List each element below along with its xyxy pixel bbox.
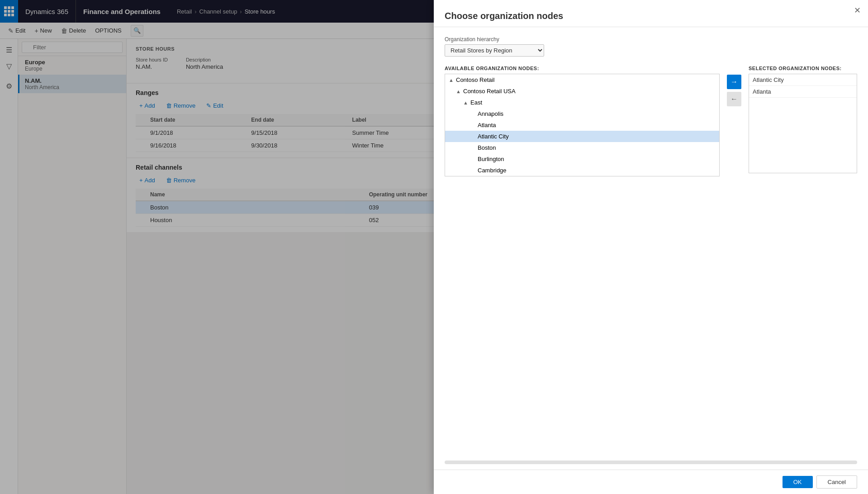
org-hierarchy-field: Organization hierarchy Retail Stores by … bbox=[445, 36, 857, 57]
tree-node-label: Atlanta bbox=[478, 122, 496, 128]
transfer-forward-button[interactable]: → bbox=[727, 75, 741, 89]
tree-node-label: Atlantic City bbox=[478, 133, 509, 140]
tree-node-label: Contoso Retail bbox=[456, 76, 494, 83]
tree-node-label: Cambridge bbox=[478, 167, 507, 174]
tree-node[interactable]: Cambridge bbox=[445, 165, 719, 176]
tree-node[interactable]: Annapolis bbox=[445, 108, 719, 119]
selected-list[interactable]: Atlantic CityAtlanta bbox=[749, 74, 857, 173]
available-nodes-panel: AVAILABLE ORGANIZATION NODES: ▲Contoso R… bbox=[445, 66, 720, 176]
selected-nodes-label: SELECTED ORGANIZATION NODES: bbox=[749, 66, 857, 71]
selected-item[interactable]: Atlantic City bbox=[749, 74, 857, 86]
tree-node-label: Burlington bbox=[478, 156, 504, 162]
available-tree[interactable]: ▲Contoso Retail▲Contoso Retail USA▲EastA… bbox=[445, 74, 720, 176]
tree-node[interactable]: ▲Contoso Retail bbox=[445, 74, 719, 86]
org-hierarchy-label: Organization hierarchy bbox=[445, 36, 857, 43]
transfer-buttons: → ← bbox=[727, 66, 741, 106]
tree-node[interactable]: ▲East bbox=[445, 97, 719, 108]
tree-node-label: Annapolis bbox=[478, 110, 503, 117]
tree-node-label: Contoso Retail USA bbox=[463, 88, 516, 95]
dialog-footer: OK Cancel bbox=[434, 470, 868, 494]
tree-node[interactable]: Boston bbox=[445, 142, 719, 153]
dialog-close-button[interactable]: ✕ bbox=[854, 5, 861, 15]
expand-icon: ▲ bbox=[449, 77, 454, 83]
transfer-back-button[interactable]: ← bbox=[727, 92, 741, 106]
tree-node-label: East bbox=[470, 99, 482, 106]
tree-node[interactable]: ▲Contoso Retail USA bbox=[445, 86, 719, 97]
nodes-layout: AVAILABLE ORGANIZATION NODES: ▲Contoso R… bbox=[445, 66, 857, 176]
ok-button[interactable]: OK bbox=[783, 476, 813, 488]
tree-node[interactable]: Atlanta bbox=[445, 119, 719, 131]
dialog-header: Choose organization nodes ✕ bbox=[434, 0, 868, 27]
available-nodes-label: AVAILABLE ORGANIZATION NODES: bbox=[445, 66, 720, 71]
cancel-button[interactable]: Cancel bbox=[816, 475, 857, 489]
dialog-panel: Choose organization nodes ✕ Organization… bbox=[434, 0, 868, 494]
tree-node-label: Boston bbox=[478, 144, 496, 151]
expand-icon: ▲ bbox=[463, 100, 469, 105]
org-hierarchy-select[interactable]: Retail Stores by Region bbox=[445, 44, 544, 57]
selected-item[interactable]: Atlanta bbox=[749, 86, 857, 98]
dialog-body: Organization hierarchy Retail Stores by … bbox=[434, 27, 868, 461]
tree-node[interactable]: Burlington bbox=[445, 153, 719, 165]
dialog-scrollbar[interactable] bbox=[445, 461, 857, 464]
tree-node[interactable]: Atlantic City bbox=[445, 131, 719, 142]
selected-nodes-panel: SELECTED ORGANIZATION NODES: Atlantic Ci… bbox=[749, 66, 857, 173]
dialog-title: Choose organization nodes bbox=[445, 11, 857, 21]
expand-icon: ▲ bbox=[456, 89, 461, 94]
